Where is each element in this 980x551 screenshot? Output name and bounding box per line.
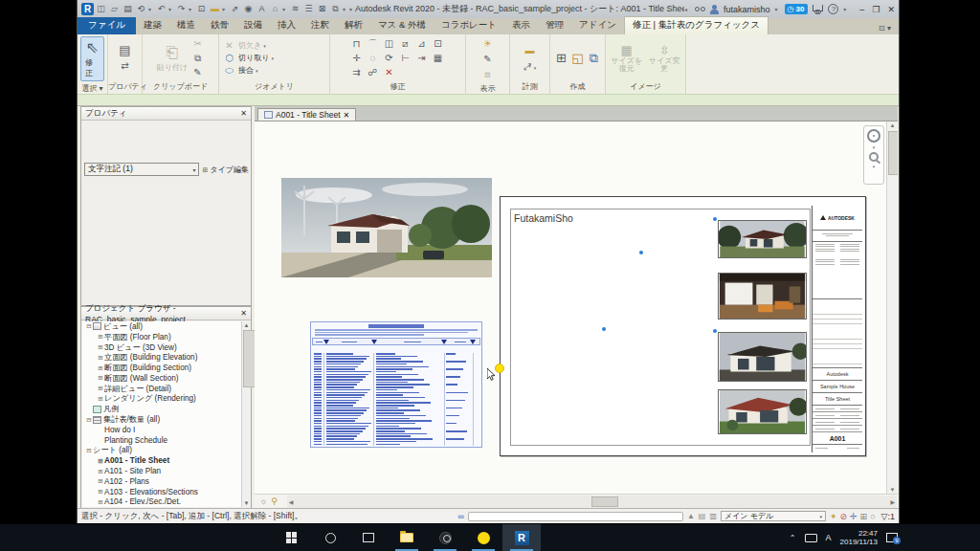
project-browser-close-icon[interactable]: ✕ xyxy=(240,309,247,318)
legend-component-icon[interactable]: ⊞ xyxy=(554,51,568,65)
tree-item-14[interactable]: ⊞A101 - Site Plan xyxy=(82,466,241,476)
tray-expand-icon[interactable]: ⌃ xyxy=(790,534,796,542)
close-button[interactable]: ✕ xyxy=(887,5,895,14)
viewport-red-roof-house[interactable] xyxy=(718,389,807,434)
tree-expander-icon[interactable]: ⊞ xyxy=(97,498,104,506)
tree-expander-icon[interactable]: ⊞ xyxy=(97,333,104,341)
undo-icon-caret[interactable]: ▾ xyxy=(168,6,174,12)
modify-tool-icon-1[interactable]: ⌒ xyxy=(366,36,380,51)
paste-button[interactable]: ⎗ 貼り付け xyxy=(156,43,189,73)
tree-item-11[interactable]: Planting Schedule xyxy=(82,435,241,446)
dimension-icon[interactable]: ⤢ ▾ xyxy=(523,59,537,74)
worksets-field[interactable] xyxy=(468,512,683,521)
tree-expander-icon[interactable]: ⊞ xyxy=(97,354,104,362)
scroll-down-icon[interactable]: ▼ xyxy=(887,487,898,493)
shadows-icon[interactable]: ☼ xyxy=(259,496,267,506)
displace-elements-icon[interactable]: ⧈ xyxy=(480,67,495,81)
restore-button[interactable]: ❐ xyxy=(872,5,880,14)
modify-tool-icon-14[interactable]: ✕ xyxy=(382,65,396,79)
tree-expander-icon[interactable]: ⊟ xyxy=(85,416,93,424)
modify-tool-icon-3[interactable]: ⧄ xyxy=(398,36,412,51)
background-process-icon[interactable]: ○ xyxy=(870,512,875,521)
ribbon-tab-3[interactable]: 鉄骨 xyxy=(203,17,236,34)
selection-grip[interactable] xyxy=(713,329,717,333)
tree-expander-icon[interactable]: ⊞ xyxy=(97,374,104,382)
tree-item-15[interactable]: ⊞A102 - Plans xyxy=(82,476,241,487)
tag-icon[interactable]: ◉ xyxy=(242,3,255,15)
resize-button[interactable]: ⇳ サイズ変更 xyxy=(647,43,683,73)
reveal-constraints-icon[interactable]: ⊞ xyxy=(860,512,868,521)
tree-item-16[interactable]: ⊞A103 - Elevations/Sections xyxy=(82,487,241,497)
tree-item-2[interactable]: ⊞3D ビュー (3D View) xyxy=(82,342,241,353)
ribbon-tab-1[interactable]: 建築 xyxy=(136,17,169,34)
scroll-left-icon[interactable]: ◀ xyxy=(289,498,294,505)
ribbon-tab-4[interactable]: 設備 xyxy=(236,17,270,34)
ime-indicator[interactable]: A xyxy=(826,533,832,542)
browser-scrollbar[interactable]: ▲ ▼ xyxy=(241,321,251,507)
filter-arrow-icon[interactable] xyxy=(470,340,476,344)
measure-icon[interactable]: ▬ xyxy=(209,3,221,15)
tree-expander-icon[interactable]: ⊞ xyxy=(97,457,104,465)
tree-item-13[interactable]: ⊞A001 - Title Sheet xyxy=(82,455,241,466)
workset-editable-icon[interactable]: ✦ xyxy=(830,512,837,521)
task-view-button[interactable] xyxy=(349,524,388,551)
save-icon[interactable]: ▤ xyxy=(122,3,134,15)
clock[interactable]: 22:47 2019/11/13 xyxy=(840,529,878,546)
ribbon-tab-11[interactable]: 管理 xyxy=(538,17,571,34)
modify-tool-icon-5[interactable]: ⊡ xyxy=(431,36,445,51)
canvas-horizontal-scrollbar[interactable]: ◀ ▶ xyxy=(287,496,897,508)
modify-tool-icon-9[interactable]: ⊢ xyxy=(398,51,412,65)
design-options-icon[interactable]: ▥ xyxy=(709,512,717,520)
modify-button[interactable]: ⇖ 修正 xyxy=(80,36,104,81)
notification-badge[interactable]: ◷ 30 xyxy=(785,4,808,14)
press-drag-icon[interactable]: ✛ xyxy=(850,512,858,521)
file-explorer-button[interactable] xyxy=(388,524,426,551)
modify-tool-icon-12[interactable]: ⇉ xyxy=(349,65,364,79)
sheet-text-note[interactable]: FutakamiSho xyxy=(514,212,573,224)
tree-expander-icon[interactable]: ⊞ xyxy=(97,468,104,475)
undo-icon[interactable]: ↶ xyxy=(155,3,167,15)
redo-icon-caret[interactable]: ▾ xyxy=(189,6,194,12)
ribbon-tab-2[interactable]: 構造 xyxy=(169,17,203,34)
exterior-rendering-image[interactable] xyxy=(281,178,492,277)
user-avatar-icon[interactable] xyxy=(710,5,719,14)
store-cart-icon[interactable] xyxy=(813,5,823,11)
ribbon-tab-10[interactable]: 表示 xyxy=(504,17,538,34)
switch-windows-icon[interactable]: ⧉ xyxy=(329,3,342,15)
default-3d-view-icon[interactable]: ⌂ xyxy=(269,3,281,15)
selection-grip[interactable] xyxy=(602,327,606,331)
open-icon[interactable]: ▱ xyxy=(108,3,121,15)
default-3d-view-icon-caret[interactable]: ▾ xyxy=(282,6,288,12)
modify-tool-icon-10[interactable]: ⇥ xyxy=(414,51,429,65)
help-icon[interactable]: ? xyxy=(828,4,838,14)
revit-logo-icon[interactable]: R xyxy=(81,3,94,15)
revit-taskbar-button[interactable]: R xyxy=(502,524,541,551)
action-center-icon[interactable]: 9 xyxy=(886,533,898,542)
search-icon[interactable] xyxy=(695,7,705,11)
ribbon-tab-5[interactable]: 挿入 xyxy=(270,17,303,34)
scrollbar-thumb[interactable] xyxy=(888,131,898,175)
ribbon-display-toggle-icon[interactable]: ⊡ ▾ xyxy=(871,22,899,34)
tree-item-4[interactable]: ⊞断面図 (Building Section) xyxy=(82,363,241,373)
selection-filter-button[interactable]: ▽:1 xyxy=(881,512,895,521)
scroll-down-icon[interactable]: ▼ xyxy=(242,500,251,506)
tree-item-9[interactable]: ⊟集計表/数量 (all) xyxy=(82,414,241,425)
tree-item-1[interactable]: ⊞平面図 (Floor Plan) xyxy=(82,332,241,342)
modify-tool-icon-13[interactable]: ☍ xyxy=(366,65,380,79)
zoom-caret-icon[interactable]: ▾ xyxy=(873,164,876,169)
measure-tape-icon[interactable]: ▬ ▾ xyxy=(523,43,537,57)
ribbon-tab-contextual-modify[interactable]: 修正 | 集計表のグラフィックス xyxy=(624,16,768,34)
close-inactive-icon[interactable]: ⊠ xyxy=(316,3,328,15)
design-option-dropdown[interactable]: メイン モデル▾ xyxy=(721,511,826,521)
thin-lines-icon[interactable]: ☰ xyxy=(302,3,315,15)
edit-type-button[interactable]: ⊞ タイプ編集 xyxy=(201,163,249,176)
restore-size-button[interactable]: ▦ サイズを復元 xyxy=(609,43,645,73)
type-selector[interactable]: 文字注記 (1)▾ xyxy=(84,163,199,176)
drawing-canvas[interactable]: FutakamiSho xyxy=(255,121,898,494)
filter-arrow-icon[interactable] xyxy=(323,340,329,344)
selection-grip[interactable] xyxy=(713,217,717,221)
user-menu-caret-icon[interactable]: ▾ xyxy=(774,6,780,12)
viewport-exterior-render[interactable] xyxy=(718,220,807,258)
type-properties-icon[interactable]: ⇄ xyxy=(118,58,132,73)
scrollbar-thumb[interactable] xyxy=(591,496,618,507)
